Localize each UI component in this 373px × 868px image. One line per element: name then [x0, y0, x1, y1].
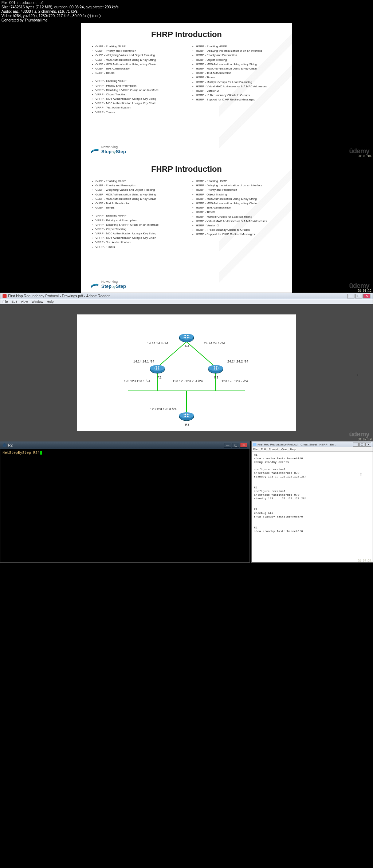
thumbnail-timestamp: 00:01:12: [357, 289, 372, 293]
logo-top: Networking: [101, 280, 126, 284]
bullet-item: HSRP - MD5 Authentication Using a Key St…: [191, 197, 283, 201]
thumbnail-2: FHRP Introduction GLBP - Enabling GLBPGL…: [0, 158, 373, 293]
router-r4-icon: [178, 333, 195, 343]
svg-point-13: [179, 412, 194, 418]
bullet-item: GLBP - Weighting Values and Object Track…: [90, 53, 182, 57]
label-r4-right: 24.24.24.4 /24: [204, 341, 225, 345]
close-button[interactable]: ✕: [363, 294, 370, 298]
bullet-item: HSRP - Enabling HSRP: [191, 179, 283, 183]
menu-window[interactable]: Window: [31, 300, 43, 304]
bullet-item: HSRP - Timers: [191, 75, 283, 79]
bullet-item: VRRP - Object Tracking: [90, 227, 182, 231]
logo-main: StepbyStep: [101, 149, 126, 154]
label-r4: R4: [185, 344, 189, 348]
slide-1: FHRP Introduction GLBP - Enabling GLBPGL…: [81, 23, 292, 158]
bullet-item: HSRP - Object Tracking: [191, 58, 283, 62]
close-button[interactable]: ✕: [240, 443, 247, 448]
terminal-window: R2 — ▢ ✕ NetStepByStep-R2#: [0, 441, 250, 563]
bullet-item: VRRP - MD5 Authentication Using a Key St…: [90, 97, 182, 101]
router-r3-icon: [178, 412, 195, 421]
bullet-item: HSRP - IP Redundancy Clients to Groups: [191, 93, 283, 97]
bullet-item: HSRP - Virtual MAC Addresses or BIA MAC …: [191, 84, 283, 88]
bullet-item: HSRP - IP Redundancy Clients to Groups: [191, 228, 283, 232]
bullet-item: GLBP - Priority and Preemption: [90, 183, 182, 187]
menu-file[interactable]: File: [3, 300, 8, 304]
label-r3-top: 123.123.123.3 /24: [150, 407, 177, 411]
bullet-item: GLBP - Timers: [90, 71, 182, 75]
pdf-viewport[interactable]: 14.14.14.4 /24 24.24.24.4 /24 R4 14.14.1…: [0, 304, 373, 441]
bullet-item: HSRP - Priority and Preemption: [191, 188, 283, 192]
bullet-item: HSRP - Support for ICMP Redirect Message…: [191, 232, 283, 236]
adobe-menubar: File Edit View Window Help: [0, 299, 373, 304]
terminal-titlebar[interactable]: R2 — ▢ ✕: [0, 441, 250, 449]
bullet-item: HSRP - MD5 Authentication Using a Key Ch…: [191, 201, 283, 205]
label-r2: R2: [214, 376, 219, 379]
bullet-item: GLBP - Enabling GLBP: [90, 179, 182, 183]
menu-help[interactable]: Help: [47, 300, 54, 304]
bullet-item: GLBP - Priority and Preemption: [90, 49, 182, 53]
maximize-button[interactable]: ▢: [359, 443, 365, 447]
networking-stepbystep-logo: Networking StepbyStep: [90, 145, 126, 154]
slide-col-left: GLBP - Enabling GLBPGLBP - Priority and …: [90, 179, 182, 249]
bullet-item: HSRP - Virtual MAC Addresses or BIA MAC …: [191, 219, 283, 223]
udemy-watermark: ûdemy: [349, 147, 369, 155]
bullet-item: VRRP - Timers: [90, 110, 182, 114]
router-r1-icon: [149, 365, 165, 374]
bullet-item: HSRP - Object Tracking: [191, 193, 283, 197]
maximize-button[interactable]: ▢: [355, 294, 362, 298]
svg-point-7: [179, 334, 194, 340]
bullet-item: VRRP - Enabling VRRP: [90, 79, 182, 83]
notepad-content: R1 show standby fastethernet0/0 debug st…: [254, 453, 306, 533]
close-button[interactable]: ✕: [365, 443, 371, 447]
menu-edit[interactable]: Edit: [12, 300, 17, 304]
bullet-item: HSRP - Delaying the Initialization of on…: [191, 49, 283, 53]
notepad-icon: [253, 443, 256, 446]
thumbnail-timestamp: 00:03:28: [357, 559, 372, 563]
bullet-item: VRRP - Text Authentication: [90, 106, 182, 110]
logo-top: Networking: [101, 145, 126, 149]
bullet-item: GLBP - MD5 Authentication Using a Key St…: [90, 193, 182, 197]
bullet-item: VRRP - Disabling a VRRP Group on an Inte…: [90, 223, 182, 227]
overlay-video: Video: h264, yuv420p, 1280x720, 217 kb/s…: [1, 14, 372, 18]
minimize-button[interactable]: —: [353, 443, 359, 447]
bullet-item: VRRP - Object Tracking: [90, 92, 182, 96]
menu-help[interactable]: Help: [290, 448, 296, 451]
thumbnail-timestamp: 00:02:19: [357, 438, 372, 441]
terminal-body[interactable]: NetStepByStep-R2#: [0, 449, 250, 562]
menu-edit[interactable]: Edit: [261, 448, 266, 451]
bullet-item: GLBP - MD5 Authentication Using a Key St…: [90, 58, 182, 62]
terminal-icon: [3, 443, 7, 447]
bullet-item: VRRP - Priority and Preemption: [90, 218, 182, 222]
udemy-watermark: ûdemy: [349, 431, 369, 438]
bullet-item: HSRP - Version 2: [191, 89, 283, 93]
menu-view[interactable]: View: [281, 448, 287, 451]
udemy-watermark: ûdemy: [349, 282, 369, 290]
minimize-button[interactable]: —: [347, 294, 354, 298]
menu-view[interactable]: View: [21, 300, 28, 304]
bullet-item: GLBP - Text Authentication: [90, 67, 182, 71]
network-diagram: 14.14.14.4 /24 24.24.24.4 /24 R4 14.14.1…: [77, 314, 296, 431]
bullet-item: HSRP - Support for ICMP Redirect Message…: [191, 98, 283, 102]
label-r2-bot: 123.123.123.2 /24: [221, 379, 248, 383]
bullet-item: GLBP - MD5 Authentication Using a Key Ch…: [90, 197, 182, 201]
terminal-title: R2: [8, 443, 13, 447]
adobe-titlebar[interactable]: First Hop Redundancy Protocol - Drawings…: [0, 293, 373, 299]
slide-2: FHRP Introduction GLBP - Enabling GLBPGL…: [81, 158, 292, 293]
minimize-button[interactable]: —: [224, 443, 231, 448]
bullet-item: HSRP - Version 2: [191, 223, 283, 227]
menu-format[interactable]: Format: [269, 448, 278, 451]
swoosh-icon: [90, 147, 99, 153]
text-cursor-icon: I: [360, 472, 362, 477]
notepad-menubar: File Edit Format View Help: [252, 447, 373, 452]
notepad-body[interactable]: R1 show standby fastethernet0/0 debug st…: [252, 452, 373, 562]
bullet-item: VRRP - Enabling VRRP: [90, 214, 182, 218]
menu-file[interactable]: File: [253, 448, 258, 451]
bullet-item: GLBP - Timers: [90, 206, 182, 210]
maximize-button[interactable]: ▢: [232, 443, 239, 448]
overlay-size: Size: 7462516 bytes (7.12 MiB), duration…: [1, 5, 372, 9]
bullet-item: VRRP - Timers: [90, 245, 182, 249]
bullet-item: HSRP - Delaying the Initialization of on…: [191, 183, 283, 187]
swoosh-icon: [90, 281, 99, 288]
notepad-titlebar[interactable]: First Hop Redundancy Protocol - Cheat Sh…: [252, 441, 373, 447]
networking-stepbystep-logo: Networking StepbyStep: [90, 280, 126, 289]
